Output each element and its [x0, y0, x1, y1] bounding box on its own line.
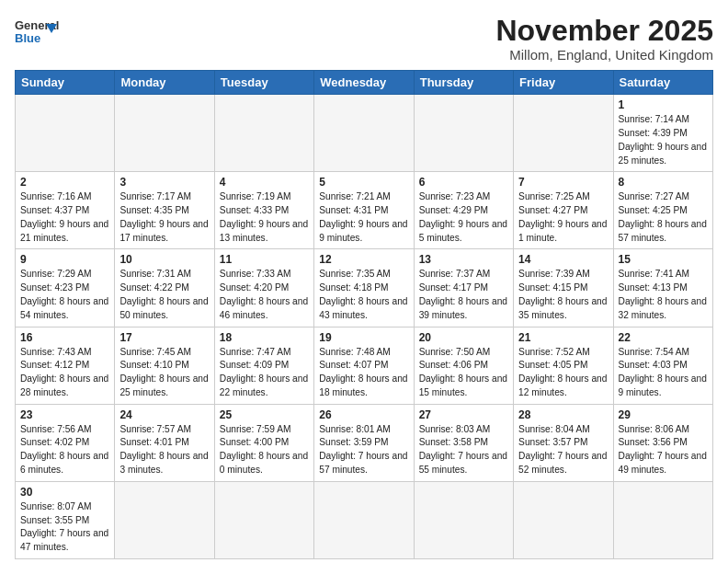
table-row: 1Sunrise: 7:14 AM Sunset: 4:39 PM Daylig…: [613, 95, 712, 172]
calendar: Sunday Monday Tuesday Wednesday Thursday…: [15, 70, 713, 559]
day-info: Sunrise: 7:52 AM Sunset: 4:05 PM Dayligh…: [518, 346, 608, 400]
day-info: Sunrise: 7:57 AM Sunset: 4:01 PM Dayligh…: [119, 423, 209, 477]
day-info: Sunrise: 7:41 AM Sunset: 4:13 PM Dayligh…: [619, 268, 708, 322]
day-number: 6: [419, 176, 508, 189]
table-row: 5Sunrise: 7:21 AM Sunset: 4:31 PM Daylig…: [314, 172, 414, 249]
table-row: 8Sunrise: 7:27 AM Sunset: 4:25 PM Daylig…: [613, 172, 712, 249]
day-info: Sunrise: 7:37 AM Sunset: 4:17 PM Dayligh…: [419, 268, 508, 322]
day-info: Sunrise: 7:50 AM Sunset: 4:06 PM Dayligh…: [419, 346, 508, 400]
table-row: 30Sunrise: 8:07 AM Sunset: 3:55 PM Dayli…: [16, 481, 115, 558]
day-number: 14: [518, 253, 608, 266]
table-row: 2Sunrise: 7:16 AM Sunset: 4:37 PM Daylig…: [16, 172, 115, 249]
day-info: Sunrise: 7:17 AM Sunset: 4:35 PM Dayligh…: [119, 190, 209, 245]
day-info: Sunrise: 7:59 AM Sunset: 4:00 PM Dayligh…: [220, 423, 309, 477]
table-row: 21Sunrise: 7:52 AM Sunset: 4:05 PM Dayli…: [514, 327, 613, 404]
day-number: 4: [220, 176, 309, 189]
table-row: 28Sunrise: 8:04 AM Sunset: 3:57 PM Dayli…: [514, 404, 613, 481]
table-row: [214, 95, 313, 172]
day-info: Sunrise: 7:25 AM Sunset: 4:27 PM Dayligh…: [518, 190, 608, 245]
day-number: 13: [419, 253, 508, 266]
table-row: 7Sunrise: 7:25 AM Sunset: 4:27 PM Daylig…: [514, 172, 613, 249]
table-row: 13Sunrise: 7:37 AM Sunset: 4:17 PM Dayli…: [414, 249, 513, 327]
day-info: Sunrise: 8:03 AM Sunset: 3:58 PM Dayligh…: [419, 423, 508, 477]
day-number: 16: [20, 331, 109, 344]
day-number: 17: [119, 331, 209, 344]
title-area: November 2025 Millom, England, United Ki…: [495, 15, 713, 63]
col-tuesday: Tuesday: [214, 71, 313, 95]
day-info: Sunrise: 7:39 AM Sunset: 4:15 PM Dayligh…: [518, 268, 608, 322]
table-row: [115, 95, 214, 172]
day-info: Sunrise: 7:14 AM Sunset: 4:39 PM Dayligh…: [619, 113, 708, 167]
table-row: [214, 481, 313, 558]
day-number: 15: [619, 253, 708, 266]
table-row: 22Sunrise: 7:54 AM Sunset: 4:03 PM Dayli…: [613, 327, 712, 404]
day-info: Sunrise: 7:43 AM Sunset: 4:12 PM Dayligh…: [20, 346, 109, 400]
day-number: 9: [20, 253, 109, 266]
table-row: 18Sunrise: 7:47 AM Sunset: 4:09 PM Dayli…: [214, 327, 313, 404]
table-row: [514, 481, 613, 558]
day-number: 7: [518, 176, 608, 189]
col-sunday: Sunday: [16, 71, 115, 95]
logo-icon: General Blue: [15, 15, 59, 48]
table-row: 17Sunrise: 7:45 AM Sunset: 4:10 PM Dayli…: [115, 327, 214, 404]
day-number: 3: [119, 176, 209, 189]
day-number: 11: [220, 253, 309, 266]
svg-text:Blue: Blue: [15, 31, 40, 45]
day-info: Sunrise: 7:27 AM Sunset: 4:25 PM Dayligh…: [619, 190, 708, 245]
subtitle: Millom, England, United Kingdom: [495, 47, 713, 63]
col-wednesday: Wednesday: [314, 71, 414, 95]
table-row: 23Sunrise: 7:56 AM Sunset: 4:02 PM Dayli…: [16, 404, 115, 481]
day-info: Sunrise: 7:31 AM Sunset: 4:22 PM Dayligh…: [119, 268, 209, 322]
day-number: 28: [518, 408, 608, 421]
table-row: 20Sunrise: 7:50 AM Sunset: 4:06 PM Dayli…: [414, 327, 513, 404]
day-number: 1: [619, 98, 708, 111]
day-number: 26: [319, 408, 408, 421]
table-row: 4Sunrise: 7:19 AM Sunset: 4:33 PM Daylig…: [214, 172, 313, 249]
day-number: 20: [419, 331, 508, 344]
day-number: 19: [319, 331, 408, 344]
day-number: 24: [119, 408, 209, 421]
day-info: Sunrise: 8:07 AM Sunset: 3:55 PM Dayligh…: [20, 500, 109, 555]
day-info: Sunrise: 7:35 AM Sunset: 4:18 PM Dayligh…: [319, 268, 408, 322]
table-row: 10Sunrise: 7:31 AM Sunset: 4:22 PM Dayli…: [115, 249, 214, 327]
table-row: [514, 95, 613, 172]
table-row: 25Sunrise: 7:59 AM Sunset: 4:00 PM Dayli…: [214, 404, 313, 481]
table-row: 14Sunrise: 7:39 AM Sunset: 4:15 PM Dayli…: [514, 249, 613, 327]
table-row: 27Sunrise: 8:03 AM Sunset: 3:58 PM Dayli…: [414, 404, 513, 481]
day-info: Sunrise: 8:04 AM Sunset: 3:57 PM Dayligh…: [518, 423, 608, 477]
day-number: 22: [619, 331, 708, 344]
table-row: [115, 481, 214, 558]
day-info: Sunrise: 7:33 AM Sunset: 4:20 PM Dayligh…: [220, 268, 309, 322]
col-thursday: Thursday: [414, 71, 513, 95]
header-row: Sunday Monday Tuesday Wednesday Thursday…: [16, 71, 713, 95]
col-saturday: Saturday: [613, 71, 712, 95]
table-row: [414, 95, 513, 172]
table-row: 9Sunrise: 7:29 AM Sunset: 4:23 PM Daylig…: [16, 249, 115, 327]
day-number: 5: [319, 176, 408, 189]
day-number: 29: [619, 408, 708, 421]
table-row: 3Sunrise: 7:17 AM Sunset: 4:35 PM Daylig…: [115, 172, 214, 249]
day-number: 12: [319, 253, 408, 266]
day-number: 25: [220, 408, 309, 421]
day-number: 23: [20, 408, 109, 421]
table-row: [414, 481, 513, 558]
day-info: Sunrise: 7:16 AM Sunset: 4:37 PM Dayligh…: [20, 190, 109, 245]
day-number: 27: [419, 408, 508, 421]
table-row: 11Sunrise: 7:33 AM Sunset: 4:20 PM Dayli…: [214, 249, 313, 327]
table-row: 29Sunrise: 8:06 AM Sunset: 3:56 PM Dayli…: [613, 404, 712, 481]
page: General Blue November 2025 Millom, Engla…: [0, 0, 728, 563]
month-title: November 2025: [495, 15, 713, 47]
table-row: [16, 95, 115, 172]
day-info: Sunrise: 7:54 AM Sunset: 4:03 PM Dayligh…: [619, 346, 708, 400]
table-row: 16Sunrise: 7:43 AM Sunset: 4:12 PM Dayli…: [16, 327, 115, 404]
day-info: Sunrise: 7:48 AM Sunset: 4:07 PM Dayligh…: [319, 346, 408, 400]
day-number: 18: [220, 331, 309, 344]
day-number: 30: [20, 486, 109, 499]
table-row: [613, 481, 712, 558]
day-number: 8: [619, 176, 708, 189]
table-row: [314, 481, 414, 558]
logo: General Blue: [15, 15, 59, 48]
day-info: Sunrise: 7:45 AM Sunset: 4:10 PM Dayligh…: [119, 346, 209, 400]
table-row: 15Sunrise: 7:41 AM Sunset: 4:13 PM Dayli…: [613, 249, 712, 327]
day-info: Sunrise: 7:21 AM Sunset: 4:31 PM Dayligh…: [319, 190, 408, 245]
